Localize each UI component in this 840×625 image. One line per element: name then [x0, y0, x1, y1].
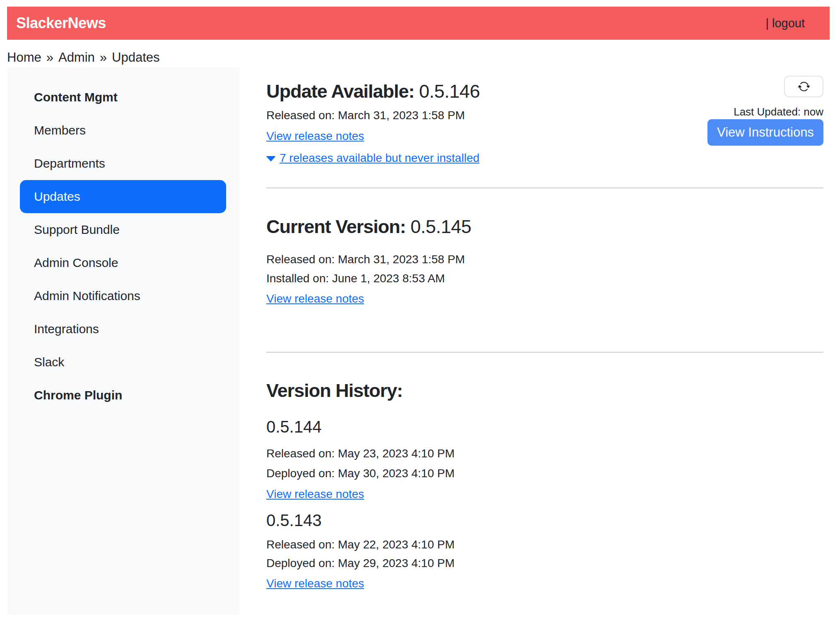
breadcrumb-separator: » — [100, 50, 107, 65]
update-controls: Last Updated: now View Instructions — [707, 76, 823, 146]
sidebar-item-departments[interactable]: Departments — [7, 147, 239, 180]
sidebar-item-admin-console[interactable]: Admin Console — [7, 246, 239, 279]
breadcrumb-current: Updates — [112, 50, 159, 65]
brand-logo: SlackerNews — [16, 14, 106, 32]
sidebar-item-integrations[interactable]: Integrations — [7, 312, 239, 346]
section-divider — [266, 188, 823, 188]
current-released-on: Released on: March 31, 2023 1:58 PM — [266, 253, 823, 266]
admin-sidebar: Content Mgmt Members Departments Updates… — [7, 67, 239, 615]
sidebar-item-updates[interactable]: Updates — [20, 180, 226, 213]
app-header: SlackerNews | logout — [7, 7, 830, 40]
current-version-heading: Current Version: 0.5.145 — [266, 217, 823, 237]
breadcrumb: Home » Admin » Updates — [7, 50, 840, 65]
current-version-number: 0.5.145 — [410, 216, 471, 237]
history-released-on: Released on: May 23, 2023 4:10 PM — [266, 447, 823, 460]
caret-down-icon — [266, 156, 275, 162]
page-layout: Content Mgmt Members Departments Updates… — [7, 67, 833, 615]
sidebar-item-support-bundle[interactable]: Support Bundle — [7, 213, 239, 246]
update-available-version: 0.5.146 — [419, 81, 480, 102]
history-deployed-on: Deployed on: May 30, 2023 4:10 PM — [266, 467, 823, 480]
update-release-notes-link[interactable]: View release notes — [266, 130, 364, 142]
current-installed-on: Installed on: June 1, 2023 8:53 AM — [266, 272, 823, 285]
releases-toggle: 7 releases available but never installed — [266, 151, 823, 165]
version-history-entry: 0.5.143 Released on: May 22, 2023 4:10 P… — [266, 511, 823, 592]
section-divider — [266, 352, 823, 353]
releases-available-link[interactable]: 7 releases available but never installed — [280, 151, 480, 165]
version-history-entry: 0.5.144 Released on: May 23, 2023 4:10 P… — [266, 417, 823, 502]
current-version-section: Current Version: 0.5.145 Released on: Ma… — [266, 217, 823, 307]
current-release-notes-link[interactable]: View release notes — [266, 292, 364, 305]
version-history-heading: Version History: — [266, 381, 823, 401]
history-released-on: Released on: May 22, 2023 4:10 PM — [266, 538, 823, 551]
refresh-icon — [798, 80, 810, 93]
sidebar-item-members[interactable]: Members — [7, 114, 239, 147]
logout-link[interactable]: | logout — [765, 17, 805, 30]
sidebar-item-slack[interactable]: Slack — [7, 346, 239, 379]
update-available-label: Update Available: — [266, 81, 414, 102]
history-version-number: 0.5.144 — [266, 417, 823, 436]
sidebar-nav: Content Mgmt Members Departments Updates… — [7, 81, 239, 412]
sidebar-item-admin-notifications[interactable]: Admin Notifications — [7, 279, 239, 312]
history-version-number: 0.5.143 — [266, 511, 823, 530]
history-release-notes-link[interactable]: View release notes — [266, 488, 364, 500]
current-version-label: Current Version: — [266, 216, 406, 237]
refresh-button[interactable] — [784, 76, 823, 97]
version-history-section: Version History: 0.5.144 Released on: Ma… — [266, 381, 823, 592]
sidebar-item-content-mgmt[interactable]: Content Mgmt — [7, 81, 239, 114]
breadcrumb-home[interactable]: Home — [7, 50, 41, 65]
breadcrumb-separator: » — [46, 50, 53, 65]
breadcrumb-admin[interactable]: Admin — [58, 50, 95, 65]
view-instructions-button[interactable]: View Instructions — [707, 119, 823, 146]
history-deployed-on: Deployed on: May 29, 2023 4:10 PM — [266, 557, 823, 570]
sidebar-item-chrome-plugin[interactable]: Chrome Plugin — [7, 379, 239, 412]
history-release-notes-link[interactable]: View release notes — [266, 577, 364, 590]
last-updated-text: Last Updated: now — [734, 106, 823, 118]
updates-main: Last Updated: now View Instructions Upda… — [239, 67, 833, 615]
